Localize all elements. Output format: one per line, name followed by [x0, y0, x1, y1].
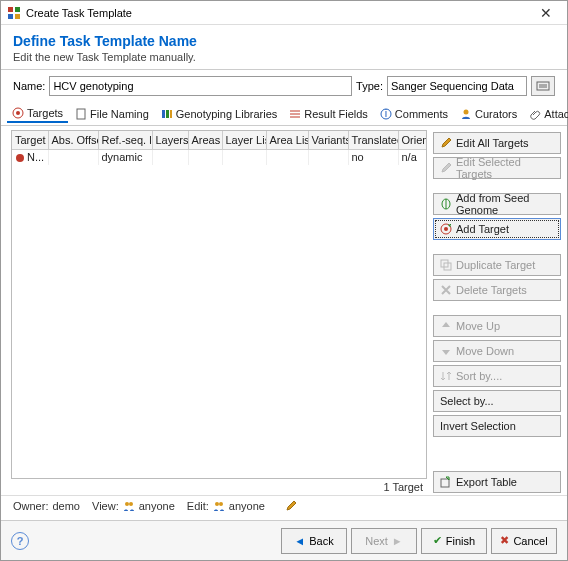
- invert-selection-button[interactable]: Invert Selection: [433, 415, 561, 437]
- library-icon: [161, 108, 173, 120]
- delete-targets-button[interactable]: Delete Targets: [433, 279, 561, 301]
- comment-icon: i: [380, 108, 392, 120]
- footer: ? ◄Back Next► ✔Finish ✖Cancel: [1, 520, 567, 560]
- edit-selected-targets-button[interactable]: Edit Selected Targets: [433, 157, 561, 179]
- col-variants[interactable]: Variants: [308, 131, 348, 149]
- add-from-seed-genome-button[interactable]: Add from Seed Genome: [433, 193, 561, 215]
- help-button[interactable]: ?: [11, 532, 29, 550]
- col-abs-offset[interactable]: Abs. Offset: [48, 131, 98, 149]
- seed-icon: [440, 198, 452, 210]
- svg-point-25: [215, 502, 219, 506]
- owner-label: Owner:: [13, 500, 48, 512]
- window: Create Task Template ✕ Define Task Templ…: [0, 0, 568, 561]
- move-up-button[interactable]: Move Up: [433, 315, 561, 337]
- curator-icon: [460, 108, 472, 120]
- cell-layer-list: [222, 149, 266, 165]
- tab-targets[interactable]: Targets: [7, 105, 68, 123]
- tab-label: Curators: [475, 108, 517, 120]
- cell-refseq: dynamic: [98, 149, 152, 165]
- people-icon: [123, 500, 135, 512]
- cell-area-list: [266, 149, 308, 165]
- people-icon: [213, 500, 225, 512]
- cancel-button[interactable]: ✖Cancel: [491, 528, 557, 554]
- export-table-button[interactable]: Export Table: [433, 471, 561, 493]
- pencil-icon: [440, 162, 452, 174]
- svg-rect-22: [441, 479, 449, 487]
- col-target[interactable]: Target: [12, 131, 48, 149]
- header-area: Define Task Template Name Edit the new T…: [1, 25, 567, 70]
- export-icon: [440, 476, 452, 488]
- svg-point-16: [16, 154, 24, 162]
- svg-point-13: [464, 109, 469, 114]
- add-target-button[interactable]: Add Target: [433, 218, 561, 240]
- table-row[interactable]: N... dynamic no n/a: [12, 149, 427, 165]
- svg-rect-3: [15, 14, 20, 19]
- col-layers[interactable]: Layers: [152, 131, 188, 149]
- targets-table[interactable]: Target Abs. Offset Ref.-seq. l... Layers…: [11, 130, 427, 479]
- fields-icon: [289, 108, 301, 120]
- edit-all-targets-button[interactable]: Edit All Targets: [433, 132, 561, 154]
- cell-translated: no: [348, 149, 398, 165]
- col-areas[interactable]: Areas: [188, 131, 222, 149]
- tab-label: File Naming: [90, 108, 149, 120]
- tab-label: Genotyping Libraries: [176, 108, 278, 120]
- name-row: Name: Type:: [1, 70, 567, 102]
- col-orientation[interactable]: Orientation: [398, 131, 427, 149]
- edit-value: anyone: [229, 500, 265, 512]
- tab-attachments[interactable]: Attachments: [524, 106, 568, 122]
- table-header-row: Target Abs. Offset Ref.-seq. l... Layers…: [12, 131, 427, 149]
- arrow-left-icon: ◄: [294, 535, 305, 547]
- tab-label: Comments: [395, 108, 448, 120]
- tab-comments[interactable]: i Comments: [375, 106, 453, 122]
- finish-button[interactable]: ✔Finish: [421, 528, 487, 554]
- next-button[interactable]: Next►: [351, 528, 417, 554]
- col-layer-list[interactable]: Layer List: [222, 131, 266, 149]
- sort-by-button[interactable]: Sort by....: [433, 365, 561, 387]
- page-subtitle: Edit the new Task Template manually.: [13, 51, 555, 63]
- name-label: Name:: [13, 80, 45, 92]
- name-field[interactable]: [49, 76, 352, 96]
- svg-point-6: [16, 111, 20, 115]
- delete-icon: [440, 284, 452, 296]
- svg-point-19: [444, 227, 448, 231]
- arrow-up-icon: [440, 320, 452, 332]
- svg-rect-7: [77, 109, 85, 119]
- arrow-down-icon: [440, 345, 452, 357]
- file-icon: [75, 108, 87, 120]
- owner-row: Owner: demo View: anyone Edit: anyone: [1, 495, 567, 520]
- tab-result-fields[interactable]: Result Fields: [284, 106, 373, 122]
- tab-label: Result Fields: [304, 108, 368, 120]
- svg-rect-2: [8, 14, 13, 19]
- back-button[interactable]: ◄Back: [281, 528, 347, 554]
- svg-point-26: [219, 502, 223, 506]
- duplicate-target-button[interactable]: Duplicate Target: [433, 254, 561, 276]
- arrow-right-icon: ►: [392, 535, 403, 547]
- select-by-button[interactable]: Select by...: [433, 390, 561, 412]
- tab-strip: Targets File Naming Genotyping Libraries…: [1, 102, 567, 126]
- tab-label: Attachments: [544, 108, 568, 120]
- tab-curators[interactable]: Curators: [455, 106, 522, 122]
- tab-genotyping-libraries[interactable]: Genotyping Libraries: [156, 106, 283, 122]
- col-translated[interactable]: Translated: [348, 131, 398, 149]
- type-field[interactable]: [387, 76, 527, 96]
- svg-point-24: [129, 502, 133, 506]
- page-title: Define Task Template Name: [13, 33, 555, 49]
- browse-icon: [536, 80, 550, 92]
- attachment-icon: [529, 108, 541, 120]
- tab-file-naming[interactable]: File Naming: [70, 106, 154, 122]
- close-icon[interactable]: ✕: [531, 5, 561, 21]
- cell-variants: [308, 149, 348, 165]
- move-down-button[interactable]: Move Down: [433, 340, 561, 362]
- content-area: Target Abs. Offset Ref.-seq. l... Layers…: [1, 126, 567, 495]
- type-browse-button[interactable]: [531, 76, 555, 96]
- duplicate-icon: [440, 259, 452, 271]
- titlebar: Create Task Template ✕: [1, 1, 567, 25]
- app-icon: [7, 6, 21, 20]
- row-icon: [15, 153, 25, 163]
- tab-label: Targets: [27, 107, 63, 119]
- edit-permissions-button[interactable]: [285, 500, 297, 512]
- col-refseq[interactable]: Ref.-seq. l...: [98, 131, 152, 149]
- view-value: anyone: [139, 500, 175, 512]
- col-area-list[interactable]: Area List: [266, 131, 308, 149]
- view-label: View:: [92, 500, 119, 512]
